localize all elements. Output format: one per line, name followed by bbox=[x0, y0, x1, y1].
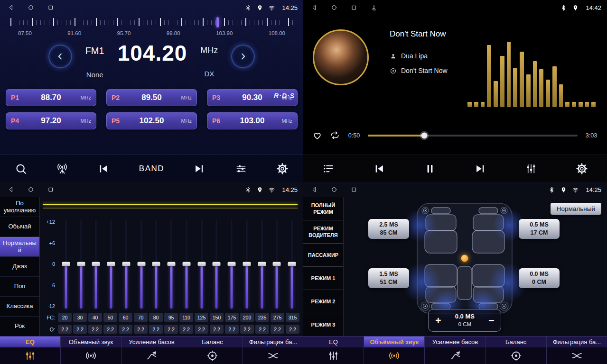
slider-knob[interactable] bbox=[92, 262, 100, 266]
slider-knob[interactable] bbox=[197, 262, 205, 266]
delay-rear-left[interactable]: 1.5 MS 51 CM bbox=[368, 268, 409, 288]
surround-mode-item-3[interactable]: РЕЖИМ 1 bbox=[303, 267, 343, 290]
eq-band-slider[interactable] bbox=[103, 218, 119, 310]
eq-preset-item-3[interactable]: Джаз bbox=[0, 257, 39, 277]
next-track-button[interactable] bbox=[474, 163, 486, 175]
nav-back-button[interactable] bbox=[311, 186, 318, 193]
nav-back-button[interactable] bbox=[8, 186, 14, 193]
slider-knob[interactable] bbox=[213, 262, 221, 266]
eq-band-slider[interactable] bbox=[209, 218, 224, 310]
fc-value[interactable]: 235 bbox=[255, 313, 269, 322]
tune-up-button[interactable] bbox=[231, 45, 255, 68]
fc-value[interactable]: 315 bbox=[286, 313, 299, 322]
eq-band-slider[interactable] bbox=[254, 218, 270, 310]
q-value[interactable]: 2.2 bbox=[271, 325, 284, 334]
eq-preset-item-0[interactable]: По умолчанию bbox=[0, 197, 39, 217]
usb-button[interactable] bbox=[371, 4, 377, 11]
frequency-ruler[interactable]: 87.50 91.60 95.70 99.80 103.90 108.00 bbox=[0, 15, 303, 36]
preset-button-p2[interactable]: P289.50MHz bbox=[106, 89, 197, 106]
slider-knob[interactable] bbox=[168, 262, 176, 266]
mixer-button[interactable] bbox=[525, 163, 537, 175]
tab-balance[interactable]: Баланс bbox=[486, 337, 547, 364]
nav-home-button[interactable] bbox=[28, 186, 34, 193]
q-value[interactable]: 2.2 bbox=[149, 325, 163, 334]
playlist-button[interactable] bbox=[322, 163, 335, 175]
fc-value[interactable]: 110 bbox=[179, 313, 193, 322]
tab-surround[interactable]: Объёмный звук bbox=[364, 337, 425, 364]
eq-band-slider[interactable] bbox=[179, 218, 194, 310]
q-value[interactable]: 2.2 bbox=[58, 325, 72, 334]
eq-band-slider[interactable] bbox=[164, 218, 179, 310]
eq-preset-item-6[interactable]: Рок bbox=[0, 317, 39, 337]
eq-preset-item-5[interactable]: Классика bbox=[0, 297, 39, 317]
gear-button[interactable] bbox=[576, 163, 588, 175]
eq-band-slider[interactable] bbox=[224, 218, 239, 310]
fc-value[interactable]: 175 bbox=[225, 313, 239, 322]
eq-band-slider[interactable] bbox=[284, 218, 299, 310]
tab-eq[interactable]: EQ bbox=[0, 337, 61, 364]
q-value[interactable]: 2.2 bbox=[164, 325, 178, 334]
eq-band-slider[interactable] bbox=[74, 218, 89, 310]
fc-value[interactable]: 30 bbox=[73, 313, 87, 322]
eq-band-slider[interactable] bbox=[270, 218, 285, 310]
eq-preset-item-4[interactable]: Поп bbox=[0, 277, 39, 297]
nav-home-button[interactable] bbox=[331, 186, 337, 193]
broadcast-button[interactable] bbox=[56, 163, 68, 175]
delay-increase-button[interactable]: + bbox=[429, 315, 448, 326]
slider-knob[interactable] bbox=[152, 262, 160, 266]
q-value[interactable]: 2.2 bbox=[134, 325, 148, 334]
delay-front-left[interactable]: 2.5 MS 85 CM bbox=[368, 219, 409, 239]
fc-value[interactable]: 275 bbox=[271, 313, 284, 322]
tab-balance[interactable]: Баланс bbox=[182, 337, 243, 364]
progress-knob[interactable] bbox=[421, 132, 428, 138]
q-value[interactable]: 2.2 bbox=[255, 325, 269, 334]
surround-preset-button[interactable]: Нормальный bbox=[551, 203, 601, 215]
tab-surround[interactable]: Объёмный звук bbox=[61, 337, 121, 364]
tab-bass[interactable]: Усиление басов bbox=[121, 337, 182, 364]
fc-value[interactable]: 20 bbox=[58, 313, 72, 322]
nav-back-button[interactable] bbox=[311, 4, 318, 11]
surround-mode-item-2[interactable]: ПАССАЖИР bbox=[303, 244, 343, 267]
preset-button-p4[interactable]: P497.20MHz bbox=[6, 112, 96, 129]
tune-sliders-button[interactable] bbox=[235, 163, 247, 175]
tab-eq[interactable]: EQ bbox=[303, 337, 364, 364]
nav-recents-button[interactable] bbox=[351, 186, 357, 193]
band-button[interactable]: BAND bbox=[139, 164, 164, 173]
fc-value[interactable]: 40 bbox=[88, 313, 102, 322]
prev-track-button[interactable] bbox=[373, 163, 385, 175]
q-value[interactable]: 2.2 bbox=[103, 325, 117, 334]
slider-knob[interactable] bbox=[182, 262, 190, 266]
q-value[interactable]: 2.2 bbox=[210, 325, 224, 334]
slider-knob[interactable] bbox=[62, 262, 70, 266]
gear-button[interactable] bbox=[276, 163, 289, 175]
favorite-button[interactable] bbox=[312, 130, 323, 141]
nav-back-button[interactable] bbox=[8, 4, 14, 11]
fc-value[interactable]: 150 bbox=[210, 313, 224, 322]
q-value[interactable]: 2.2 bbox=[88, 325, 102, 334]
q-value[interactable]: 2.2 bbox=[225, 325, 239, 334]
slider-knob[interactable] bbox=[288, 262, 296, 266]
nav-recents-button[interactable] bbox=[351, 4, 357, 11]
tab-filter[interactable]: Фильтрация ба... bbox=[243, 337, 303, 364]
fc-value[interactable]: 50 bbox=[103, 313, 117, 322]
q-value[interactable]: 2.2 bbox=[195, 325, 208, 334]
preset-button-p6[interactable]: P6103.00MHz bbox=[207, 112, 298, 129]
repeat-button[interactable] bbox=[329, 130, 340, 141]
scan-button[interactable] bbox=[15, 163, 27, 175]
eq-preset-item-1[interactable]: Обычай bbox=[0, 217, 39, 237]
fc-value[interactable]: 60 bbox=[119, 313, 132, 322]
progress-bar[interactable] bbox=[368, 135, 578, 136]
fc-value[interactable]: 80 bbox=[149, 313, 163, 322]
fc-value[interactable]: 200 bbox=[240, 313, 254, 322]
eq-band-slider[interactable] bbox=[134, 218, 149, 310]
q-value[interactable]: 2.2 bbox=[179, 325, 193, 334]
surround-mode-item-5[interactable]: РЕЖИМ 3 bbox=[303, 313, 343, 337]
slider-knob[interactable] bbox=[243, 262, 251, 266]
slider-knob[interactable] bbox=[122, 262, 130, 266]
eq-band-slider[interactable] bbox=[194, 218, 209, 310]
q-value[interactable]: 2.2 bbox=[240, 325, 254, 334]
pause-button[interactable] bbox=[424, 163, 436, 175]
tab-filter[interactable]: Фильтрация ба... bbox=[547, 337, 607, 364]
nav-recents-button[interactable] bbox=[47, 186, 54, 193]
delay-rear-right[interactable]: 0.0 MS 0 CM bbox=[519, 268, 560, 288]
